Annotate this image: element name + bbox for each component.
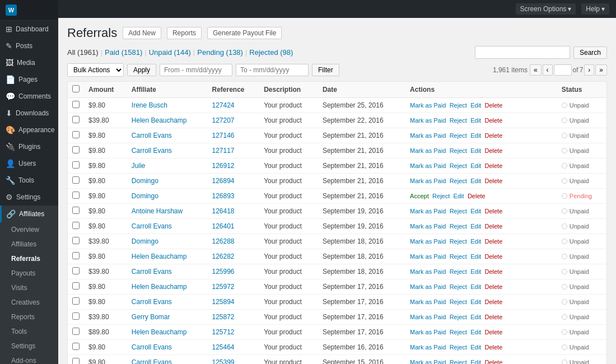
- reference-link[interactable]: 125399: [212, 358, 234, 364]
- pag-first-button[interactable]: «: [530, 64, 542, 76]
- row-checkbox[interactable]: [72, 282, 80, 290]
- edit-link[interactable]: Edit: [470, 223, 481, 230]
- reference-link[interactable]: 126418: [212, 207, 234, 215]
- edit-link[interactable]: Edit: [470, 132, 481, 139]
- reject-link[interactable]: Reject: [432, 193, 450, 199]
- affiliate-link[interactable]: Carroll Evans: [132, 343, 172, 351]
- affiliate-link[interactable]: Carroll Evans: [132, 268, 172, 276]
- edit-link[interactable]: Edit: [470, 117, 481, 124]
- reject-link[interactable]: Reject: [450, 117, 467, 124]
- sidebar-sub-overview[interactable]: Overview: [0, 222, 58, 237]
- sidebar-item-users[interactable]: 👤 Users: [0, 155, 58, 172]
- row-checkbox[interactable]: [72, 252, 80, 259]
- mark-paid-link[interactable]: Mark as Paid: [410, 102, 446, 109]
- edit-link[interactable]: Edit: [470, 298, 481, 305]
- delete-link[interactable]: Delete: [484, 208, 502, 214]
- filter-button[interactable]: Filter: [312, 64, 339, 76]
- pag-page-input[interactable]: 1: [554, 64, 572, 76]
- edit-link[interactable]: Edit: [470, 283, 481, 290]
- reference-link[interactable]: 127117: [212, 147, 234, 155]
- reference-link[interactable]: 127146: [212, 132, 234, 139]
- affiliate-link[interactable]: Helen Beauchamp: [132, 253, 187, 260]
- add-new-button[interactable]: Add New: [123, 27, 161, 39]
- reject-link[interactable]: Reject: [450, 162, 467, 169]
- reject-link[interactable]: Reject: [450, 298, 467, 305]
- affiliate-link[interactable]: Carroll Evans: [132, 222, 172, 230]
- mark-paid-link[interactable]: Mark as Paid: [410, 253, 446, 260]
- sidebar-item-pages[interactable]: 📄 Pages: [0, 71, 58, 88]
- delete-link[interactable]: Delete: [484, 223, 502, 230]
- search-input[interactable]: [475, 46, 570, 59]
- affiliate-link[interactable]: Carroll Evans: [132, 147, 172, 155]
- delete-link[interactable]: Delete: [484, 238, 502, 245]
- reference-link[interactable]: 125996: [212, 268, 234, 276]
- row-checkbox[interactable]: [72, 192, 80, 199]
- affiliate-link[interactable]: Carroll Evans: [132, 132, 172, 139]
- accept-link[interactable]: Accept: [410, 193, 429, 199]
- bulk-action-select[interactable]: Bulk Actions: [67, 63, 124, 77]
- edit-link[interactable]: Edit: [470, 147, 481, 154]
- affiliate-link[interactable]: Antoine Harshaw: [132, 207, 183, 215]
- sidebar-sub-referrals[interactable]: Referrals: [0, 251, 58, 266]
- row-checkbox[interactable]: [72, 207, 80, 214]
- row-checkbox[interactable]: [72, 222, 80, 229]
- reference-link[interactable]: 126893: [212, 192, 234, 200]
- reference-link[interactable]: 125894: [212, 298, 234, 306]
- reject-link[interactable]: Reject: [450, 132, 467, 139]
- mark-paid-link[interactable]: Mark as Paid: [410, 117, 446, 124]
- mark-paid-link[interactable]: Mark as Paid: [410, 162, 446, 169]
- sidebar-item-posts[interactable]: ✎ Posts: [0, 38, 58, 54]
- pag-prev-button[interactable]: ‹: [543, 64, 553, 76]
- reference-link[interactable]: 125972: [212, 283, 234, 291]
- reference-link[interactable]: 127424: [212, 101, 234, 109]
- row-checkbox[interactable]: [72, 161, 80, 169]
- sidebar-item-appearance[interactable]: 🎨 Appearance: [0, 122, 58, 138]
- reject-link[interactable]: Reject: [450, 359, 467, 364]
- reject-link[interactable]: Reject: [450, 102, 467, 109]
- edit-link[interactable]: Edit: [470, 208, 481, 214]
- delete-link[interactable]: Delete: [484, 132, 502, 139]
- affiliate-link[interactable]: Gerry Bomar: [132, 313, 170, 321]
- edit-link[interactable]: Edit: [470, 238, 481, 245]
- delete-link[interactable]: Delete: [484, 329, 502, 335]
- delete-link[interactable]: Delete: [484, 344, 502, 351]
- affiliate-link[interactable]: Domingo: [132, 177, 158, 185]
- generate-payout-button[interactable]: Generate Payout File: [207, 27, 282, 39]
- mark-paid-link[interactable]: Mark as Paid: [410, 238, 446, 245]
- reject-link[interactable]: Reject: [450, 208, 467, 214]
- row-checkbox[interactable]: [72, 328, 80, 335]
- edit-link[interactable]: Edit: [470, 344, 481, 351]
- reports-button[interactable]: Reports: [167, 27, 202, 39]
- mark-paid-link[interactable]: Mark as Paid: [410, 132, 446, 139]
- affiliate-link[interactable]: Carroll Evans: [132, 298, 172, 306]
- delete-link[interactable]: Delete: [484, 253, 502, 260]
- edit-link[interactable]: Edit: [470, 268, 481, 275]
- filter-rejected[interactable]: Rejected (98): [249, 48, 293, 57]
- reject-link[interactable]: Reject: [450, 178, 467, 184]
- row-checkbox[interactable]: [72, 101, 80, 108]
- row-checkbox[interactable]: [72, 176, 80, 184]
- sidebar-sub-settings[interactable]: Settings: [0, 339, 58, 353]
- search-button[interactable]: Search: [573, 46, 607, 59]
- delete-link[interactable]: Delete: [484, 147, 502, 154]
- row-checkbox[interactable]: [72, 343, 80, 350]
- sidebar-sub-reports[interactable]: Reports: [0, 310, 58, 324]
- apply-button[interactable]: Apply: [127, 64, 156, 76]
- mark-paid-link[interactable]: Mark as Paid: [410, 283, 446, 290]
- delete-link[interactable]: Delete: [468, 193, 486, 199]
- reject-link[interactable]: Reject: [450, 283, 467, 290]
- row-checkbox[interactable]: [72, 358, 80, 364]
- edit-link[interactable]: Edit: [470, 102, 481, 109]
- reference-link[interactable]: 126288: [212, 237, 234, 245]
- pag-next-button[interactable]: ›: [584, 64, 594, 76]
- row-checkbox[interactable]: [72, 297, 80, 305]
- filter-paid[interactable]: Paid (1581): [105, 48, 142, 57]
- sidebar-sub-affiliates[interactable]: Affiliates: [0, 237, 58, 251]
- mark-paid-link[interactable]: Mark as Paid: [410, 329, 446, 335]
- mark-paid-link[interactable]: Mark as Paid: [410, 223, 446, 230]
- sidebar-item-media[interactable]: 🖼 Media: [0, 54, 58, 71]
- edit-link[interactable]: Edit: [454, 193, 464, 199]
- sidebar-item-plugins[interactable]: 🔌 Plugins: [0, 138, 58, 155]
- sidebar-item-downloads[interactable]: ⬇ Downloads: [0, 105, 58, 122]
- filter-all[interactable]: All (1961): [67, 48, 99, 57]
